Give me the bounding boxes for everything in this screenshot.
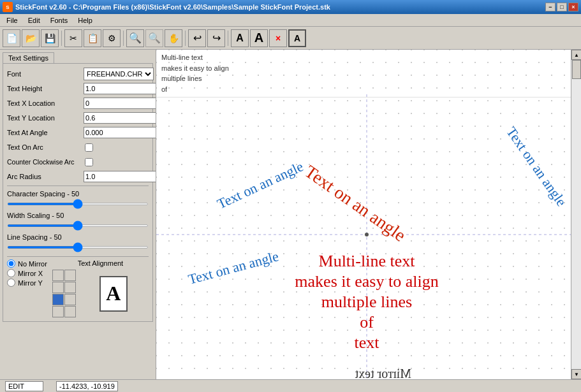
toolbar-separator-3 [185,31,186,46]
text-alignment-preview: A [99,276,128,312]
canvas-area[interactable]: Multi-line text makes it easy to align m… [156,50,581,379]
text-on-arc-checkbox[interactable] [85,143,93,152]
line-spacing-label: Line Spacing - 50 [7,233,149,241]
scroll-down-button[interactable]: ▼ [571,369,581,379]
app-icon: S [3,2,13,12]
menu-bar: File Edit Fonts Help [0,14,581,27]
multiline-text-2: makes it easy to align [295,272,438,291]
text-normal-button[interactable]: A [231,29,249,47]
drawing-canvas[interactable]: Text on an angle Text on an angle Text o… [156,94,571,379]
arc-radius-label: Arc Radius [7,173,84,180]
window-controls[interactable]: − □ × [545,3,578,11]
text-y-input[interactable] [84,112,156,124]
coordinates-status: -11.4233, -10.919 [56,381,118,391]
arc-radius-input[interactable] [84,171,156,182]
line-spacing-slider[interactable] [7,246,149,249]
char-spacing-slider[interactable] [7,203,149,205]
counter-clockwise-label: Counter Clockwise Arc [7,158,84,166]
center-point [365,233,369,236]
menu-fonts[interactable]: Fonts [45,15,73,25]
align-tr[interactable] [64,270,76,281]
scroll-up-button[interactable]: ▲ [571,50,581,60]
text-on-arc-label: Text On Arc [7,143,84,151]
align-br[interactable] [64,294,76,305]
divider-2 [7,256,149,257]
align-ml[interactable] [52,282,64,293]
left-panel: Text Settings Font FREEHAND.CHR Text Hei… [0,50,156,379]
toolbar-separator-1 [61,31,62,46]
char-spacing-label: Character Spacing - 50 [7,190,149,198]
title-bar: S StickFont v2.60 - C:\Program Files (x8… [0,0,581,14]
text-x-label: Text X Location [7,99,84,107]
line-spacing-container: Line Spacing - 50 [7,232,149,254]
new-button[interactable]: 📄 [3,29,20,47]
menu-help[interactable]: Help [73,15,98,25]
text-on-arc-row: Text On Arc [7,141,149,154]
alignment-title: Text Alignment [52,259,149,267]
text-x-input[interactable] [84,98,156,109]
align-tl[interactable] [52,270,64,281]
multiline-text-5: text [355,333,380,352]
multiline-text-3: multiple lines [321,293,412,311]
panel-body: Font FREEHAND.CHR Text Height Text X Loc… [3,63,153,322]
text-large-button[interactable]: A [250,29,268,47]
no-mirror-radio[interactable] [7,259,15,268]
counter-clockwise-row: Counter Clockwise Arc [7,156,149,168]
width-scaling-label: Width Scaling - 50 [7,212,149,219]
text-angle-input[interactable] [84,127,156,138]
vertical-scrollbar[interactable]: ▲ ▼ [571,50,581,379]
text-angle-label: Text At Angle [7,129,84,136]
text-alignment-section: Text Alignment A [52,259,149,317]
text-height-row: Text Height [7,82,149,95]
text-height-label: Text Height [7,85,84,92]
scroll-thumb[interactable] [572,60,581,79]
text-angle-row: Text At Angle [7,126,149,139]
text-height-input[interactable] [84,83,156,94]
mirror-y-label: Mirror Y [18,279,43,287]
align-ll[interactable] [52,306,64,317]
divider-1 [7,185,149,186]
mirror-x-label: Mirror X [18,270,43,277]
redo-button[interactable]: ↪ [207,29,225,47]
undo-button[interactable]: ↩ [188,29,206,47]
no-mirror-row: No Mirror [7,259,47,268]
menu-edit[interactable]: Edit [23,15,45,25]
char-spacing-container: Character Spacing - 50 [7,189,149,210]
mirror-options: No Mirror Mirror X Mirror Y [7,259,47,317]
mirror-text: Mirror text [355,367,411,379]
width-scaling-container: Width Scaling - 50 [7,210,149,232]
zoom-out-button[interactable]: 🔍 [145,29,163,47]
align-mr[interactable] [64,282,76,293]
minimize-button[interactable]: − [545,3,555,11]
settings-button[interactable]: ⚙ [103,29,121,47]
counter-clockwise-checkbox[interactable] [85,158,93,166]
cut-button[interactable]: ✂ [64,29,82,47]
align-bl[interactable] [52,294,64,305]
text-x-row: Text X Location [7,97,149,110]
maximize-button[interactable]: □ [557,3,567,11]
close-button[interactable]: × [568,3,578,11]
multiline-text-4: of [360,313,374,331]
edit-mode-status: EDIT [5,381,43,391]
mirror-x-radio[interactable] [7,269,15,277]
menu-file[interactable]: File [1,15,23,25]
save-button[interactable]: 💾 [41,29,59,47]
panel-tab[interactable]: Text Settings [3,52,54,63]
copy-button[interactable]: 📋 [84,29,101,47]
width-scaling-slider[interactable] [7,224,149,227]
zoom-in-button[interactable]: 🔍 [126,29,144,47]
mirror-alignment-section: No Mirror Mirror X Mirror Y Text Alignme… [7,259,149,317]
mirror-x-row: Mirror X [7,269,47,277]
mirror-y-row: Mirror Y [7,279,47,287]
align-lr[interactable] [64,306,76,317]
font-select[interactable]: FREEHAND.CHR [84,68,154,80]
pan-button[interactable]: ✋ [165,29,182,47]
open-button[interactable]: 📂 [22,29,40,47]
no-mirror-label: No Mirror [18,260,47,268]
delete-text-button[interactable]: × [269,29,287,47]
text-box-button[interactable]: A [288,29,306,47]
mirror-y-radio[interactable] [7,279,15,287]
text-y-row: Text Y Location [7,112,149,124]
arc-text-left: Text on an angle [215,158,306,212]
scroll-track[interactable] [571,60,581,369]
